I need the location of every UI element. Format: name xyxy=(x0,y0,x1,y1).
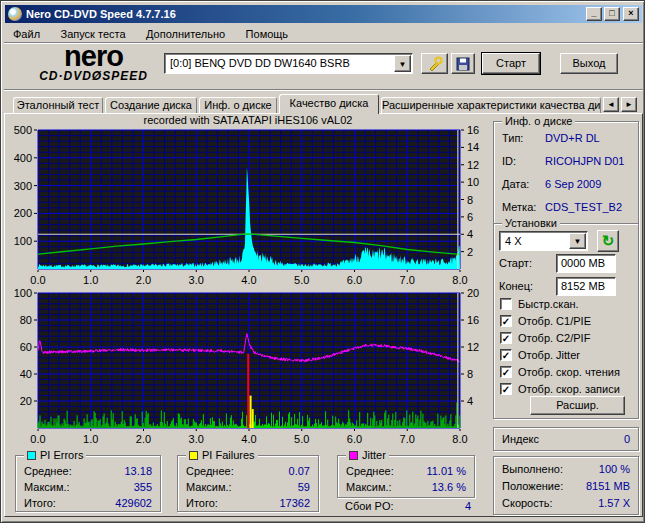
exit-button[interactable]: Выход xyxy=(560,53,618,74)
svg-text:400: 400 xyxy=(14,152,32,164)
options-button[interactable] xyxy=(421,53,448,74)
checkbox-box[interactable]: ✓ xyxy=(500,366,512,378)
menu-extra[interactable]: Дополнительно xyxy=(138,26,233,42)
refresh-button[interactable]: ↻ xyxy=(597,230,619,252)
stat-label: Среднее: xyxy=(186,465,234,477)
svg-text:3.0: 3.0 xyxy=(189,433,204,445)
tab-create-disc[interactable]: Создание диска xyxy=(105,97,197,113)
stat-value: 0.07 xyxy=(289,465,310,477)
svg-text:40: 40 xyxy=(20,368,32,380)
svg-text:5.0: 5.0 xyxy=(294,274,309,286)
svg-text:2.0: 2.0 xyxy=(136,274,151,286)
stat-value: 11.01 % xyxy=(426,465,466,477)
menu-help[interactable]: Помощь xyxy=(238,26,297,42)
svg-text:7.0: 7.0 xyxy=(400,433,415,445)
title-bar[interactable]: Nero CD-DVD Speed 4.7.7.16 _ □ × xyxy=(5,5,642,23)
checkbox-box[interactable]: ✓ xyxy=(500,315,512,327)
checkbox-label: Отобр. C2/PIF xyxy=(518,332,590,344)
disc-label-label: Метка: xyxy=(502,201,536,213)
pi-errors-legend: PI Errors xyxy=(24,449,86,461)
index-panel: Индекс 0 xyxy=(493,427,639,451)
progress-panel: Выполнено: 100 % Положение: 8151 MB Скор… xyxy=(493,456,639,515)
checkbox-box[interactable]: ✓ xyxy=(500,349,512,361)
svg-text:16: 16 xyxy=(467,314,479,326)
save-icon xyxy=(456,57,470,71)
stat-label: Максим.: xyxy=(346,481,392,493)
checkbox-box[interactable] xyxy=(500,298,512,310)
svg-text:100: 100 xyxy=(14,235,32,247)
start-button[interactable]: Старт xyxy=(482,53,540,74)
close-button[interactable]: × xyxy=(623,7,639,21)
svg-text:6.0: 6.0 xyxy=(347,274,362,286)
svg-text:1.0: 1.0 xyxy=(83,433,98,445)
tab-benchmark[interactable]: Эталонный тест xyxy=(13,97,103,113)
disc-id-value: RICOHJPN D01 xyxy=(545,155,624,167)
svg-text:10: 10 xyxy=(467,176,479,188)
svg-text:2: 2 xyxy=(467,246,473,258)
tab-disc-quality[interactable]: Качество диска xyxy=(279,94,379,114)
minimize-button[interactable]: _ xyxy=(586,7,602,21)
jitter-swatch xyxy=(349,451,358,460)
svg-text:4.0: 4.0 xyxy=(241,274,256,286)
pi-failures-jitter-chart: 20406080100481216200.01.02.03.04.05.06.0… xyxy=(5,288,491,446)
save-button[interactable] xyxy=(451,53,475,74)
stat-value: 17362 xyxy=(279,497,310,509)
pi-failures-legend: PI Failures xyxy=(186,449,258,461)
chevron-down-icon[interactable]: ▼ xyxy=(569,233,586,249)
stat-label: Среднее: xyxy=(346,465,394,477)
stat-value: 59 xyxy=(298,481,310,493)
jitter-legend: Jitter xyxy=(346,449,389,461)
position-label: Положение: xyxy=(502,480,563,492)
svg-text:5.0: 5.0 xyxy=(294,433,309,445)
menu-file[interactable]: Файл xyxy=(5,26,48,42)
svg-text:20: 20 xyxy=(20,395,32,407)
svg-text:8: 8 xyxy=(467,194,473,206)
settings-panel: Установки 4 X ▼ ↻ Старт: 0000 MB Конец: … xyxy=(493,223,639,419)
svg-text:14: 14 xyxy=(467,141,479,153)
svg-text:4: 4 xyxy=(467,395,473,407)
tab-disc-info[interactable]: Инф. о диске xyxy=(199,97,277,113)
drive-select[interactable]: [0:0] BENQ DVD DD DW1640 BSRB ▼ xyxy=(164,53,413,74)
start-position-value: 0000 MB xyxy=(561,257,605,269)
speed-select-value: 4 X xyxy=(505,235,522,247)
svg-text:12: 12 xyxy=(467,341,479,353)
speed-value: 1.57 X xyxy=(598,497,630,509)
stat-value: 429602 xyxy=(115,497,152,509)
stat-label: Максим.: xyxy=(186,481,232,493)
tab-advanced-quality[interactable]: Расширенные характеристики качества дис xyxy=(381,97,601,113)
index-label: Индекс xyxy=(502,433,539,445)
checkbox-box[interactable]: ✓ xyxy=(500,383,512,395)
svg-text:4.0: 4.0 xyxy=(241,433,256,445)
checkbox-box[interactable]: ✓ xyxy=(500,332,512,344)
stat-label: Итого: xyxy=(24,497,56,509)
tab-scroll-right-icon[interactable]: ► xyxy=(621,97,637,112)
chevron-down-icon[interactable]: ▼ xyxy=(394,55,411,72)
nero-logo: nero CD·DVDØSPEED xyxy=(21,44,166,83)
checkbox-label: Отобр. скор. записи xyxy=(518,383,620,395)
end-position-label: Конец: xyxy=(499,280,533,292)
position-value: 8151 MB xyxy=(586,480,630,492)
advanced-button[interactable]: Расшир. xyxy=(530,396,625,415)
jitter-title: Jitter xyxy=(362,449,386,461)
pi-failures-panel: PI Failures Среднее: 0.07 Максим.: 59 Ит… xyxy=(177,455,319,512)
window-title: Nero CD-DVD Speed 4.7.7.16 xyxy=(26,5,176,23)
tab-scroll-left-icon[interactable]: ◄ xyxy=(603,97,619,112)
tools-icon xyxy=(427,56,443,72)
start-position-field[interactable]: 0000 MB xyxy=(556,254,616,273)
done-value: 100 % xyxy=(599,463,630,475)
svg-text:6.0: 6.0 xyxy=(347,433,362,445)
end-position-field[interactable]: 8152 MB xyxy=(556,277,616,296)
drive-select-value: [0:0] BENQ DVD DD DW1640 BSRB xyxy=(170,57,350,69)
speed-select[interactable]: 4 X ▼ xyxy=(499,231,588,251)
stat-label: Среднее: xyxy=(24,465,72,477)
checkbox-label: Отобр. Jitter xyxy=(518,349,580,361)
svg-text:12: 12 xyxy=(467,159,479,171)
svg-text:80: 80 xyxy=(20,314,32,326)
maximize-button[interactable]: □ xyxy=(604,7,620,21)
end-position-value: 8152 MB xyxy=(561,280,605,292)
separator xyxy=(4,89,643,91)
pi-errors-title: PI Errors xyxy=(40,449,83,461)
disc-type-value: DVD+R DL xyxy=(545,132,600,144)
svg-text:20: 20 xyxy=(467,288,479,299)
po-failures-row: Сбои PO: 4 xyxy=(345,500,471,514)
